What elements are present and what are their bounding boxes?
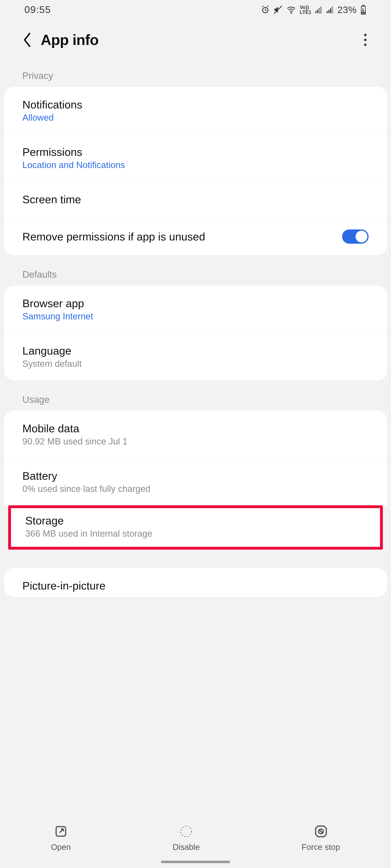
language-title: Language	[22, 344, 369, 357]
pip-title: Picture-in-picture	[22, 579, 369, 592]
remove-perms-title: Remove permissions if app is unused	[22, 230, 205, 243]
storage-sub: 366 MB used in Internal storage	[25, 528, 366, 539]
svg-rect-10	[320, 7, 322, 13]
row-notifications[interactable]: Notifications Allowed	[4, 87, 387, 134]
mute-icon	[273, 5, 283, 14]
svg-line-2	[266, 10, 267, 11]
row-permissions[interactable]: Permissions Location and Notifications	[4, 134, 387, 182]
mobile-data-sub: 90.92 MB used since Jul 1	[22, 436, 369, 446]
svg-rect-16	[362, 5, 364, 6]
svg-line-4	[268, 6, 269, 6]
open-icon	[54, 824, 68, 838]
alarm-icon	[261, 5, 270, 14]
svg-point-6	[291, 12, 291, 13]
notifications-title: Notifications	[22, 98, 369, 111]
defaults-card: Browser app Samsung Internet Language Sy…	[4, 286, 387, 380]
svg-point-19	[181, 826, 192, 837]
storage-highlight: Storage 366 MB used in Internal storage	[8, 505, 383, 550]
extra-card: Picture-in-picture	[4, 568, 387, 597]
disable-label: Disable	[173, 843, 200, 852]
back-button[interactable]	[22, 33, 33, 47]
row-mobile-data[interactable]: Mobile data 90.92 MB used since Jul 1	[4, 411, 387, 458]
svg-line-3	[262, 6, 263, 6]
open-button[interactable]: Open	[51, 824, 71, 852]
svg-rect-7	[315, 11, 316, 13]
browser-sub: Samsung Internet	[22, 311, 369, 321]
usage-card: Mobile data 90.92 MB used since Jul 1 Ba…	[4, 411, 387, 505]
svg-line-22	[319, 830, 323, 833]
svg-rect-8	[317, 10, 318, 13]
language-sub: System default	[22, 359, 369, 369]
row-browser-app[interactable]: Browser app Samsung Internet	[4, 286, 387, 333]
signal-icon-2	[326, 6, 334, 14]
volte-icon: Vo))LTE1	[300, 5, 311, 14]
more-button[interactable]	[362, 32, 369, 48]
battery-sub: 0% used since last fully charged	[22, 484, 369, 494]
row-screen-time[interactable]: Screen time	[4, 182, 387, 218]
force-stop-label: Force stop	[302, 843, 340, 852]
row-remove-permissions[interactable]: Remove permissions if app is unused	[4, 218, 387, 255]
status-icons: Vo))LTE1 23%	[261, 4, 367, 15]
force-stop-icon	[314, 824, 328, 838]
svg-rect-13	[330, 8, 331, 13]
section-header-defaults: Defaults	[0, 263, 391, 286]
storage-title: Storage	[25, 514, 366, 527]
svg-rect-9	[319, 8, 320, 13]
row-pip[interactable]: Picture-in-picture	[4, 568, 387, 597]
svg-rect-12	[329, 10, 330, 13]
section-header-privacy: Privacy	[0, 64, 391, 87]
battery-title: Battery	[22, 469, 369, 482]
signal-icon-1	[315, 6, 323, 14]
row-battery[interactable]: Battery 0% used since last fully charged	[4, 458, 387, 505]
mobile-data-title: Mobile data	[22, 422, 369, 435]
svg-rect-11	[327, 11, 328, 13]
section-header-usage: Usage	[0, 388, 391, 411]
battery-icon	[360, 5, 367, 14]
row-language[interactable]: Language System default	[4, 333, 387, 380]
wifi-icon	[286, 5, 297, 14]
privacy-card: Notifications Allowed Permissions Locati…	[4, 87, 387, 255]
browser-title: Browser app	[22, 297, 369, 310]
status-bar: 09:55 Vo))LTE1 23%	[0, 0, 391, 19]
notifications-sub: Allowed	[22, 113, 369, 123]
remove-perms-toggle[interactable]	[342, 229, 369, 244]
bottom-bar: Open Disable Force stop	[0, 816, 391, 868]
status-time: 09:55	[24, 4, 51, 15]
screen-time-title: Screen time	[22, 193, 369, 206]
row-storage[interactable]: Storage 366 MB used in Internal storage	[11, 508, 380, 547]
permissions-title: Permissions	[22, 146, 369, 158]
disable-icon	[179, 824, 193, 838]
battery-percent: 23%	[337, 4, 357, 15]
svg-rect-14	[332, 7, 333, 13]
page-title: App info	[41, 32, 99, 48]
header: App info	[0, 19, 391, 64]
force-stop-button[interactable]: Force stop	[302, 824, 340, 852]
nav-handle[interactable]	[161, 861, 230, 863]
disable-button[interactable]: Disable	[173, 824, 200, 852]
open-label: Open	[51, 843, 71, 852]
permissions-sub: Location and Notifications	[22, 160, 369, 170]
